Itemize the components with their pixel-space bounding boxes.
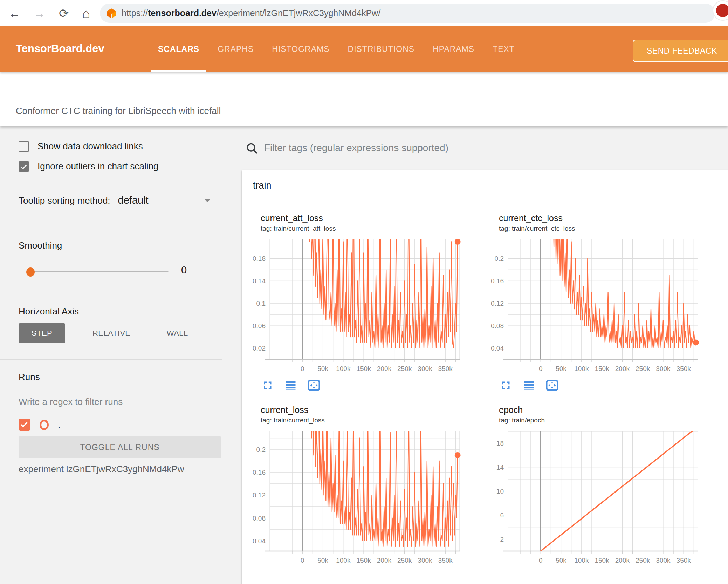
chart-tag: tag: train/current_ctc_loss xyxy=(499,225,722,232)
tooltip-sorting-dropdown[interactable]: default xyxy=(118,195,213,211)
filter-tags-field[interactable] xyxy=(242,140,728,158)
filter-tags-input[interactable] xyxy=(264,140,728,156)
svg-text:14: 14 xyxy=(496,464,504,471)
tag-group-header[interactable]: train xyxy=(242,170,728,201)
run-checkbox-checked-icon[interactable] xyxy=(19,419,30,431)
svg-text:150k: 150k xyxy=(356,557,371,564)
divider xyxy=(0,228,222,228)
axis-option-wall[interactable]: WALL xyxy=(167,329,188,338)
avatar-badge xyxy=(716,4,728,17)
svg-text:0.18: 0.18 xyxy=(253,255,266,262)
svg-text:50k: 50k xyxy=(556,557,566,564)
checkbox-checked-icon[interactable] xyxy=(19,161,29,172)
experiment-bar: Conformer CTC training for LibriSpeech w… xyxy=(0,72,728,126)
chart-toolbar xyxy=(499,378,722,392)
url-text: https://tensorboard.dev/experiment/lzGnE… xyxy=(122,8,380,18)
svg-text:100k: 100k xyxy=(574,365,589,372)
tag-group-title: train xyxy=(253,180,272,191)
slider-thumb[interactable] xyxy=(26,267,35,277)
tooltip-sorting-label: Tooltip sorting method: xyxy=(19,195,110,206)
svg-text:0.16: 0.16 xyxy=(253,469,266,476)
run-color-swatch xyxy=(40,420,49,430)
filter-underline xyxy=(242,158,728,158)
forward-icon[interactable]: → xyxy=(34,7,46,19)
svg-text:200k: 200k xyxy=(377,365,392,372)
axis-option-step[interactable]: STEP xyxy=(19,323,65,343)
svg-text:350k: 350k xyxy=(438,365,453,372)
chart-plot[interactable]: 050k100k150k200k250k300k350k0.020.060.10… xyxy=(245,237,462,375)
toggle-all-runs-button[interactable]: TOGGLE ALL RUNS xyxy=(19,436,221,458)
svg-text:0.1: 0.1 xyxy=(256,300,266,307)
app-logo: TensorBoard.dev xyxy=(16,26,104,72)
show-download-links-checkbox-row[interactable]: Show data download links xyxy=(19,141,143,152)
expand-chart-icon[interactable] xyxy=(499,378,513,392)
chart-title: current_loss xyxy=(261,405,483,415)
checkbox-label: Ignore outliers in chart scaling xyxy=(37,161,158,172)
ignore-outliers-checkbox-row[interactable]: Ignore outliers in chart scaling xyxy=(19,161,158,172)
slider-track[interactable] xyxy=(30,271,169,272)
checkbox-label: Show data download links xyxy=(37,141,143,152)
svg-text:0: 0 xyxy=(539,557,543,564)
reload-icon[interactable]: ⟳ xyxy=(59,7,69,19)
chart-plot[interactable]: 050k100k150k200k250k300k350k26101418 xyxy=(483,429,701,566)
tab-scalars[interactable]: SCALARS xyxy=(149,26,208,72)
svg-text:100k: 100k xyxy=(574,557,589,564)
svg-text:350k: 350k xyxy=(438,557,453,564)
tab-graphs[interactable]: GRAPHS xyxy=(208,26,263,72)
svg-text:100k: 100k xyxy=(336,557,351,564)
tab-histograms[interactable]: HISTOGRAMS xyxy=(263,26,338,72)
runs-heading: Runs xyxy=(19,372,40,382)
chart-plot[interactable]: 050k100k150k200k250k300k350k0.040.080.12… xyxy=(245,429,462,566)
chart-tag: tag: train/current_att_loss xyxy=(261,225,483,232)
home-icon[interactable]: ⌂ xyxy=(82,7,90,20)
tab-hparams[interactable]: HPARAMS xyxy=(424,26,483,72)
chart-tag: tag: train/epoch xyxy=(499,416,722,424)
settings-sidebar: Show data download links Ignore outliers… xyxy=(0,126,222,584)
svg-text:300k: 300k xyxy=(418,557,432,564)
svg-text:0.08: 0.08 xyxy=(491,322,504,330)
svg-text:150k: 150k xyxy=(595,365,609,372)
checkbox-unchecked-icon[interactable] xyxy=(19,141,29,152)
svg-text:2: 2 xyxy=(500,536,504,543)
svg-text:0.14: 0.14 xyxy=(253,277,266,285)
content-area: Show data download links Ignore outliers… xyxy=(0,126,728,584)
tag-group-card: train current_att_loss tag: train/curren… xyxy=(242,170,728,584)
main-panel: train current_att_loss tag: train/curren… xyxy=(222,126,728,584)
runs-filter-field[interactable] xyxy=(19,394,221,410)
nav-tabs: SCALARS GRAPHS HISTOGRAMS DISTRIBUTIONS … xyxy=(149,26,524,72)
runs-filter-input[interactable] xyxy=(19,394,221,410)
smoothing-value-input[interactable] xyxy=(177,261,221,279)
chevron-down-icon xyxy=(204,199,211,202)
send-feedback-button[interactable]: SEND FEEDBACK xyxy=(633,40,728,62)
fit-domain-pan-icon[interactable] xyxy=(307,378,321,392)
svg-text:250k: 250k xyxy=(397,557,412,564)
profile-avatar[interactable] xyxy=(713,0,728,21)
tab-distributions[interactable]: DISTRIBUTIONS xyxy=(339,26,424,72)
divider xyxy=(0,294,222,294)
expand-chart-icon[interactable] xyxy=(261,378,275,392)
log-scale-lines-icon[interactable] xyxy=(522,378,536,392)
svg-text:150k: 150k xyxy=(356,365,371,372)
svg-text:0.08: 0.08 xyxy=(253,515,266,522)
fit-domain-pan-icon[interactable] xyxy=(545,378,559,392)
horizontal-axis-heading: Horizontal Axis xyxy=(19,306,79,317)
address-bar[interactable]: https://tensorboard.dev/experiment/lzGnE… xyxy=(100,4,715,23)
tab-text[interactable]: TEXT xyxy=(483,26,524,72)
axis-option-relative[interactable]: RELATIVE xyxy=(92,329,131,338)
svg-text:200k: 200k xyxy=(615,557,630,564)
log-scale-lines-icon[interactable] xyxy=(284,378,298,392)
svg-text:0.04: 0.04 xyxy=(491,345,504,352)
dropdown-value: default xyxy=(118,195,149,206)
smoothing-value-field[interactable] xyxy=(177,261,221,279)
svg-text:0.06: 0.06 xyxy=(253,322,266,330)
svg-text:250k: 250k xyxy=(397,365,412,372)
app-header: TensorBoard.dev SCALARS GRAPHS HISTOGRAM… xyxy=(0,26,728,72)
browser-toolbar: ← → ⟳ ⌂ https://tensorboard.dev/experime… xyxy=(0,0,728,26)
svg-text:6: 6 xyxy=(500,511,504,519)
chart-card-current-loss: current_loss tag: train/current_loss 050… xyxy=(245,405,483,566)
back-icon[interactable]: ← xyxy=(8,7,20,19)
svg-text:350k: 350k xyxy=(677,365,691,372)
svg-text:50k: 50k xyxy=(556,365,566,372)
chart-plot[interactable]: 050k100k150k200k250k300k350k0.040.080.12… xyxy=(483,237,701,375)
svg-text:0.12: 0.12 xyxy=(491,300,504,307)
